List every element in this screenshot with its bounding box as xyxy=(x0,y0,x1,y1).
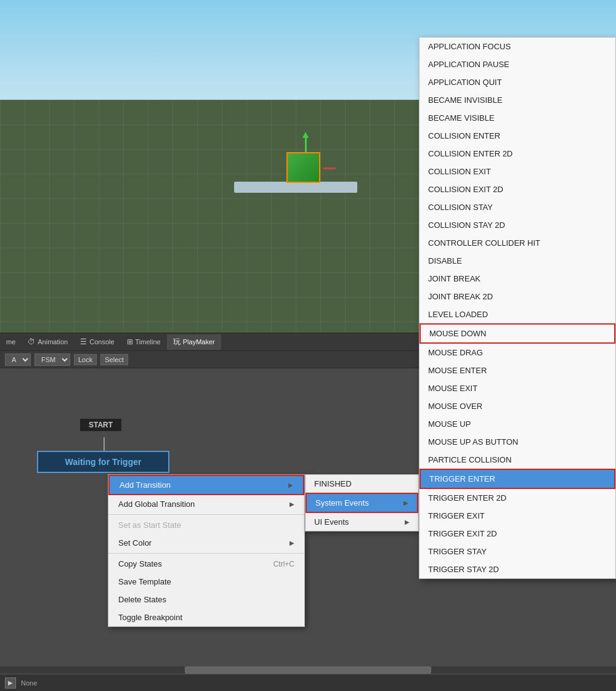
sub-finished-label: FINISHED xyxy=(314,479,352,488)
ctx-set-color[interactable]: Set Color ▶ xyxy=(108,534,304,552)
tab-playmaker[interactable]: 玩 PlayMaker xyxy=(167,334,221,350)
lock-button[interactable]: Lock xyxy=(74,354,97,365)
ctx-breakpoint-label: Toggle Breakpoint xyxy=(118,613,182,622)
separator-1 xyxy=(108,514,304,515)
separator-2 xyxy=(108,553,304,554)
se-item-mouse-exit[interactable]: MOUSE EXIT xyxy=(419,379,615,397)
timeline-icon: ⊞ xyxy=(127,337,133,346)
status-text: None xyxy=(21,679,37,687)
play-icon: ▶ xyxy=(8,679,13,686)
se-item-trigger-exit-2d[interactable]: TRIGGER EXIT 2D xyxy=(419,525,615,543)
scrollbar-thumb[interactable] xyxy=(185,666,431,674)
se-item-trigger-enter[interactable]: TRIGGER ENTER xyxy=(419,469,615,489)
start-arrow xyxy=(103,437,105,451)
tab-playmaker-label: PlayMaker xyxy=(183,338,215,346)
se-item-collision-stay[interactable]: COLLISION STAY xyxy=(419,198,615,216)
animation-icon: ⏱ xyxy=(28,337,35,346)
se-item-became-invisible[interactable]: BECAME INVISIBLE xyxy=(419,91,615,109)
se-item-mouse-over[interactable]: MOUSE OVER xyxy=(419,397,615,415)
chevron-right-icon-sub2: ▶ xyxy=(405,519,410,525)
ctx-start-state-label: Set as Start State xyxy=(118,520,181,530)
start-label: START xyxy=(80,419,121,431)
se-item-application-pause[interactable]: APPLICATION PAUSE xyxy=(419,55,615,73)
chevron-right-icon: ▶ xyxy=(288,482,293,488)
se-item-application-focus[interactable]: APPLICATION FOCUS xyxy=(419,38,615,55)
playmaker-icon: 玩 xyxy=(173,337,180,347)
select-button[interactable]: Select xyxy=(100,354,128,365)
se-item-application-quit[interactable]: APPLICATION QUIT xyxy=(419,73,615,91)
ctx-set-start-state: Set as Start State xyxy=(108,516,304,534)
object-dropdown[interactable]: A xyxy=(5,354,31,366)
scene-object xyxy=(283,149,326,186)
tab-console-label: Console xyxy=(89,338,114,346)
se-item-level-loaded[interactable]: LEVEL LOADED xyxy=(419,305,615,323)
tab-timeline-label: Timeline xyxy=(136,338,161,346)
ctx-copy-states[interactable]: Copy States Ctrl+C xyxy=(108,555,304,573)
tab-timeline[interactable]: ⊞ Timeline xyxy=(121,335,167,349)
se-item-joint-break[interactable]: JOINT BREAK xyxy=(419,270,615,288)
state-box-waiting[interactable]: Waiting for Trigger xyxy=(37,451,169,473)
sub-finished[interactable]: FINISHED xyxy=(306,475,418,493)
ctx-toggle-breakpoint[interactable]: Toggle Breakpoint xyxy=(108,608,304,626)
chevron-right-icon-2: ▶ xyxy=(290,501,294,507)
se-item-collision-enter[interactable]: COLLISION ENTER xyxy=(419,127,615,145)
submenu-transitions: FINISHED System Events ▶ UI Events ▶ xyxy=(305,474,419,531)
ctx-add-global-transition[interactable]: Add Global Transition ▶ xyxy=(108,495,304,513)
tab-console[interactable]: ☰ Console xyxy=(74,335,120,349)
context-menu: Add Transition ▶ Add Global Transition ▶… xyxy=(108,474,305,627)
sub-ui-events-label: UI Events xyxy=(314,517,349,527)
cube-mesh xyxy=(286,152,320,183)
se-item-collision-exit-2d[interactable]: COLLISION EXIT 2D xyxy=(419,180,615,198)
tab-me-label: me xyxy=(6,338,15,346)
chevron-right-icon-3: ▶ xyxy=(290,539,294,546)
se-item-disable[interactable]: DISABLE xyxy=(419,252,615,270)
status-bar: ▶ None xyxy=(0,674,616,691)
se-item-collision-exit[interactable]: COLLISION EXIT xyxy=(419,163,615,180)
se-item-mouse-drag[interactable]: MOUSE DRAG xyxy=(419,344,615,362)
sub-ui-events[interactable]: UI Events ▶ xyxy=(306,513,418,531)
chevron-right-icon-sub: ▶ xyxy=(403,499,408,506)
state-name: Waiting for Trigger xyxy=(65,457,142,467)
se-item-collision-stay-2d[interactable]: COLLISION STAY 2D xyxy=(419,216,615,234)
ctx-delete-label: Delete States xyxy=(118,595,166,604)
tab-animation[interactable]: ⏱ Animation xyxy=(22,335,74,349)
se-item-controller-collider-hit[interactable]: CONTROLLER COLLIDER HIT xyxy=(419,234,615,252)
ctx-add-transition[interactable]: Add Transition ▶ xyxy=(108,475,304,495)
se-item-mouse-up[interactable]: MOUSE UP xyxy=(419,415,615,433)
play-button[interactable]: ▶ xyxy=(5,677,16,689)
ctx-set-color-label: Set Color xyxy=(118,538,152,548)
ctx-save-label: Save Template xyxy=(118,577,171,586)
scrollbar-horizontal[interactable] xyxy=(0,666,616,674)
y-axis-arrow xyxy=(305,137,307,152)
se-item-mouse-up-as-button[interactable]: MOUSE UP AS BUTTON xyxy=(419,433,615,451)
sub-system-events[interactable]: System Events ▶ xyxy=(306,493,418,513)
ctx-save-template[interactable]: Save Template xyxy=(108,573,304,591)
se-item-trigger-stay-2d[interactable]: TRIGGER STAY 2D xyxy=(419,560,615,578)
x-axis-arrow xyxy=(323,168,336,169)
ctx-copy-label: Copy States xyxy=(118,559,162,568)
se-item-became-visible[interactable]: BECAME VISIBLE xyxy=(419,109,615,127)
ctx-delete-states[interactable]: Delete States xyxy=(108,591,304,608)
ctx-add-global-label: Add Global Transition xyxy=(118,499,195,509)
sub-system-events-label: System Events xyxy=(315,498,369,507)
se-item-joint-break-2d[interactable]: JOINT BREAK 2D xyxy=(419,288,615,305)
console-icon: ☰ xyxy=(80,337,87,346)
ctx-add-transition-label: Add Transition xyxy=(120,480,171,490)
se-item-mouse-enter[interactable]: MOUSE ENTER xyxy=(419,362,615,379)
se-item-trigger-enter-2d[interactable]: TRIGGER ENTER 2D xyxy=(419,489,615,507)
fsm-dropdown[interactable]: FSM xyxy=(34,354,70,366)
se-item-collision-enter-2d[interactable]: COLLISION ENTER 2D xyxy=(419,145,615,163)
system-events-menu: APPLICATION FOCUSAPPLICATION PAUSEAPPLIC… xyxy=(419,37,616,579)
tab-me[interactable]: me xyxy=(0,336,22,348)
se-item-trigger-exit[interactable]: TRIGGER EXIT xyxy=(419,507,615,525)
se-item-trigger-stay[interactable]: TRIGGER STAY xyxy=(419,543,615,560)
se-item-mouse-down[interactable]: MOUSE DOWN xyxy=(419,323,615,344)
se-item-particle-collision[interactable]: PARTICLE COLLISION xyxy=(419,451,615,469)
tab-animation-label: Animation xyxy=(38,338,68,346)
copy-shortcut: Ctrl+C xyxy=(274,560,294,568)
